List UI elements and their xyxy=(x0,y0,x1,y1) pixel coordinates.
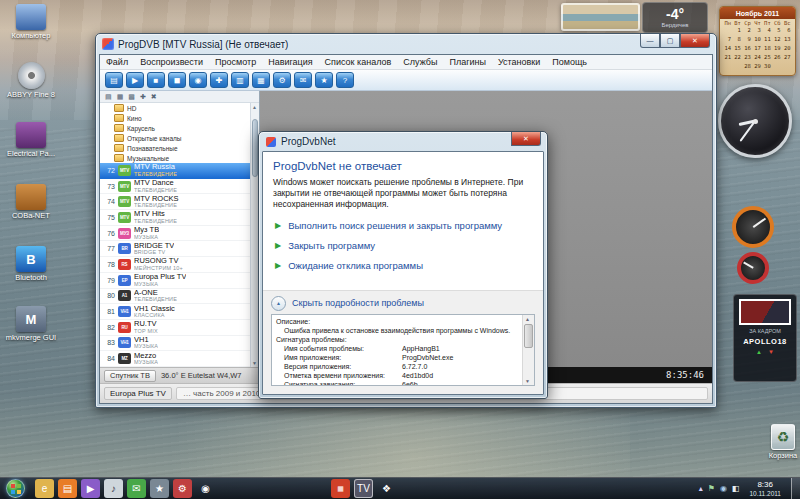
panel-tool-button[interactable]: ▤ xyxy=(105,93,112,101)
toolbar-button[interactable]: ◼ xyxy=(168,72,186,88)
channel-group-row[interactable]: Музыкальные xyxy=(100,153,250,163)
window-titlebar[interactable]: ProgDVB [MTV Russia] (Не отвечает) xyxy=(96,34,716,54)
menu-item[interactable]: Файл xyxy=(100,57,134,67)
channel-row[interactable]: 74 MTV MTV ROCKS ТЕЛЕВИДЕНИЕ xyxy=(100,194,250,210)
channel-row[interactable]: 79 EP Europa Plus TV МУЗЫКА xyxy=(100,273,250,289)
taskbar-app-icon[interactable]: ⚙ xyxy=(173,479,192,498)
dialog-titlebar[interactable]: ProgDvbNet xyxy=(259,132,547,151)
channel-name: RUSONG TV xyxy=(134,257,183,265)
menu-item[interactable]: Установки xyxy=(492,57,546,67)
slideshow-gadget[interactable] xyxy=(561,3,640,31)
taskbar-app-icon[interactable]: TV xyxy=(354,479,373,498)
taskbar-app-icon[interactable]: e xyxy=(35,479,54,498)
menu-item[interactable]: Просмотр xyxy=(209,57,262,67)
desktop-icon-recycle-bin[interactable]: ♻ Корзина xyxy=(754,424,800,461)
minimize-button[interactable] xyxy=(640,34,660,48)
media-title: APOLLO18 xyxy=(743,337,787,346)
command-link[interactable]: ▶ Закрыть программу xyxy=(271,236,537,256)
tray-icon[interactable]: ▴ xyxy=(699,484,703,493)
channel-row[interactable]: 82 RU RU.TV TOP MIX xyxy=(100,320,250,336)
taskbar-app-icon[interactable]: ▤ xyxy=(58,479,77,498)
desktop-icon-mkvmerge[interactable]: M mkvmerge GUI xyxy=(2,306,60,343)
show-desktop-button[interactable] xyxy=(791,478,800,499)
desktop-icon-bluetooth[interactable]: B Bluetooth xyxy=(2,246,60,283)
channel-group-label: Познавательные xyxy=(127,145,178,152)
toolbar-button[interactable]: ✉ xyxy=(294,72,312,88)
channel-row[interactable]: 76 МУЗ Муз ТВ МУЗЫКА xyxy=(100,226,250,242)
tray-clock[interactable]: 8:36 10.11.2011 xyxy=(744,480,786,498)
command-link[interactable]: ▶ Ожидание отклика программы xyxy=(271,256,537,276)
channel-row[interactable]: 73 MTV MTV Dance ТЕЛЕВИДЕНИЕ xyxy=(100,179,250,195)
toolbar-button[interactable]: ★ xyxy=(315,72,333,88)
desktop-icon-sova[interactable]: СОВа-NET xyxy=(2,184,60,221)
channel-row[interactable]: 81 VH1 VH1 Classic КЛАССИКА xyxy=(100,304,250,320)
channel-row[interactable]: 78 RS RUSONG TV Мейнстрим 10+ xyxy=(100,257,250,273)
desktop-icon-abbyy[interactable]: ABBYY Fine 8 xyxy=(2,62,60,100)
channel-group-row[interactable]: Познавательные xyxy=(100,143,250,153)
taskbar-app-icon[interactable]: ▶ xyxy=(81,479,100,498)
channel-row[interactable]: 84 MZ Mezzo МУЗЫКА xyxy=(100,351,250,367)
detail-key: Имя приложения: xyxy=(284,353,402,362)
taskbar-app-icon[interactable]: ♪ xyxy=(104,479,123,498)
channel-subtitle: BRIDGE TV xyxy=(134,250,174,256)
details-scrollbar[interactable] xyxy=(522,315,534,385)
taskbar-app-icon[interactable]: ▦ xyxy=(331,479,350,498)
channel-group-row[interactable]: HD xyxy=(100,103,250,113)
panel-tool-button[interactable]: ▩ xyxy=(128,93,135,101)
panel-tool-button[interactable]: ✚ xyxy=(140,93,146,101)
toolbar-button[interactable]: ✚ xyxy=(210,72,228,88)
tray-icon[interactable]: ◉ xyxy=(720,484,727,493)
start-button[interactable] xyxy=(6,479,25,498)
command-link[interactable]: ▶ Выполнить поиск решения и закрыть прог… xyxy=(271,216,537,236)
toolbar-button[interactable]: ▤ xyxy=(105,72,123,88)
taskbar-app-icon[interactable]: ◉ xyxy=(196,479,215,498)
dialog-close-button[interactable] xyxy=(511,132,541,146)
desktop-icon-electrical[interactable]: Electrical Pa... xyxy=(2,122,60,159)
channel-logo: RS xyxy=(118,259,131,270)
channel-row[interactable]: 77 BR BRIDGE TV BRIDGE TV xyxy=(100,241,250,257)
channel-group-row[interactable]: Карусель xyxy=(100,123,250,133)
menu-item[interactable]: Воспроизвести xyxy=(134,57,209,67)
channel-row[interactable]: 83 VH1 VH1 МУЗЫКА xyxy=(100,336,250,352)
tray-icon[interactable]: ⚑ xyxy=(708,484,715,493)
menu-item[interactable]: Плагины xyxy=(443,57,491,67)
calendar-gadget[interactable]: Ноябрь 2011 Пн Вт Ср Чт Пт Сб Вс 1 2 3 4… xyxy=(719,6,796,76)
toolbar-button[interactable]: ■ xyxy=(147,72,165,88)
close-button[interactable] xyxy=(680,34,710,48)
cpu-meter-gadget[interactable] xyxy=(724,206,782,292)
media-gadget[interactable]: ЗА КАДРОМ APOLLO18 ▲ ▼ xyxy=(733,294,797,382)
channel-group-label: Кино xyxy=(127,115,142,122)
source-tab[interactable]: Спутник ТВ xyxy=(104,370,156,382)
taskbar-app-icon[interactable]: ★ xyxy=(150,479,169,498)
scrollbar-thumb[interactable] xyxy=(524,324,533,348)
clock-gadget[interactable] xyxy=(718,84,792,158)
detail-row: Имя события проблемы: AppHangB1 xyxy=(276,344,518,353)
channel-group-row[interactable]: Кино xyxy=(100,113,250,123)
toolbar-button[interactable]: ▥ xyxy=(231,72,249,88)
panel-tool-button[interactable]: ▦ xyxy=(117,93,124,101)
channel-row[interactable]: 72 MTV MTV Russia ТЕЛЕВИДЕНИЕ xyxy=(100,163,250,179)
taskbar-app-icon[interactable]: ❖ xyxy=(377,479,396,498)
toolbar-button[interactable]: ⚙ xyxy=(273,72,291,88)
toolbar-button[interactable]: ? xyxy=(336,72,354,88)
channel-row[interactable]: 75 MTV MTV Hits ТЕЛЕВИДЕНИЕ xyxy=(100,210,250,226)
menu-item[interactable]: Службы xyxy=(397,57,443,67)
channel-row[interactable]: 80 A1 A-ONE ТЕЛЕВИДЕНИЕ xyxy=(100,289,250,305)
media-thumbnail xyxy=(739,299,791,325)
toolbar-button[interactable]: ◉ xyxy=(189,72,207,88)
menu-item[interactable]: Список каналов xyxy=(319,57,398,67)
maximize-button[interactable] xyxy=(660,34,680,48)
menu-item[interactable]: Помощь xyxy=(546,57,593,67)
desktop-icon-computer[interactable]: Компьютер xyxy=(2,4,60,41)
panel-tool-button[interactable]: ✖ xyxy=(151,93,157,101)
taskbar-app-icon[interactable]: ✉ xyxy=(127,479,146,498)
tray-icon[interactable]: ◧ xyxy=(732,484,740,493)
calendar-week: 28 29 30 xyxy=(720,62,795,71)
weather-gadget[interactable]: -4° Бердичев xyxy=(642,2,708,33)
menu-item[interactable]: Навигация xyxy=(262,57,318,67)
channel-group-row[interactable]: Открытые каналы xyxy=(100,133,250,143)
system-tray: ▴⚑◉◧ 8:36 10.11.2011 xyxy=(699,478,800,499)
toolbar-button[interactable]: ▦ xyxy=(252,72,270,88)
details-expander[interactable]: ▲ Скрыть подробности проблемы xyxy=(271,294,535,312)
toolbar-button[interactable]: ▶ xyxy=(126,72,144,88)
